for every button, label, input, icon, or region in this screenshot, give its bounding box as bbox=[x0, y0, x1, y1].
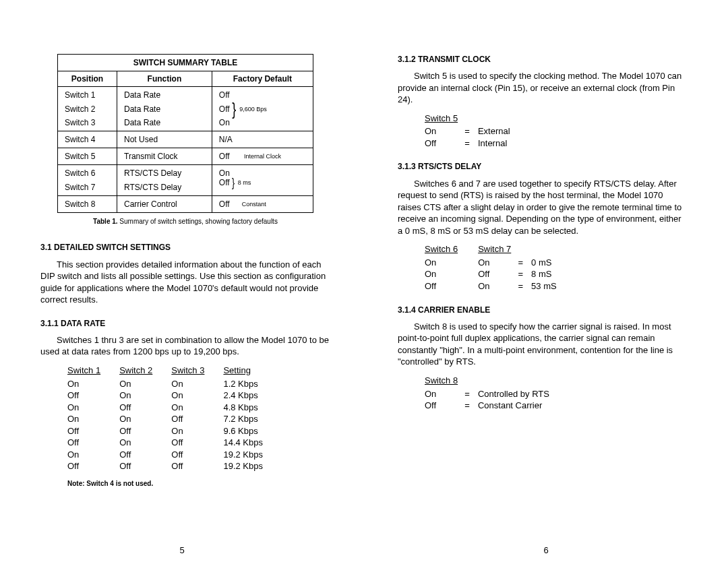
table-row: Switch 3 Data Rate On bbox=[58, 116, 313, 131]
body-text: Switch 8 is used to specify how the carr… bbox=[398, 321, 688, 368]
table-row: OnOnOff7.2 Kbps bbox=[67, 413, 282, 425]
page-spread: SWITCH SUMMARY TABLE Position Function F… bbox=[0, 0, 728, 562]
col-function: Function bbox=[117, 71, 212, 87]
col-position: Position bbox=[58, 71, 117, 87]
page-number-right: 6 bbox=[364, 544, 728, 557]
heading-3-1-2: 3.1.2 TRANSMIT CLOCK bbox=[398, 54, 688, 65]
table-row: OnOffOff19.2 Kbps bbox=[67, 449, 282, 461]
heading-3-1-4: 3.1.4 CARRIER ENABLE bbox=[398, 305, 688, 315]
table-row: OffOn=53 mS bbox=[425, 280, 577, 292]
switch-summary-table: SWITCH SUMMARY TABLE Position Function F… bbox=[57, 54, 313, 213]
body-text: Switches 6 and 7 are used together to sp… bbox=[398, 178, 688, 237]
table-row: OnOn=0 mS bbox=[425, 257, 577, 269]
page-right: 3.1.2 TRANSMIT CLOCK Switch 5 is used to… bbox=[364, 0, 728, 562]
heading-3-1: 3.1 DETAILED SWITCH SETTINGS bbox=[40, 242, 330, 253]
switch8-table: Switch 8 On=Controlled by RTS Off=Consta… bbox=[425, 375, 570, 412]
col-factory-default: Factory Default bbox=[212, 71, 313, 87]
table-row: OnOff=8 mS bbox=[425, 268, 577, 280]
table-row: Switch 5 Transmit Clock Off Internal Clo… bbox=[58, 148, 313, 165]
heading-3-1-1: 3.1.1 DATA RATE bbox=[40, 318, 330, 329]
table-row: Switch 7 RTS/CTS Delay Off } 8 ms bbox=[58, 181, 313, 196]
table-row: Off=Constant Carrier bbox=[425, 400, 570, 412]
table-row: OffOffOff19.2 Kbps bbox=[67, 460, 282, 472]
table-row: On=Controlled by RTS bbox=[425, 388, 570, 400]
table-row: Switch 1 Data Rate Off bbox=[58, 87, 313, 102]
note-text: Note: Switch 4 is not used. bbox=[67, 479, 330, 489]
data-rate-table: Switch 1 Switch 2 Switch 3 Setting OnOnO… bbox=[67, 365, 282, 472]
table-row: On=External bbox=[425, 125, 530, 137]
body-text: Switch 5 is used to specify the clocking… bbox=[398, 70, 688, 106]
switch67-table: Switch 6 Switch 7 OnOn=0 mS OnOff=8 mS O… bbox=[425, 243, 577, 292]
table-row: OnOffOn4.8 Kbps bbox=[67, 402, 282, 414]
table-row: OffOnOff14.4 Kbps bbox=[67, 437, 282, 449]
table-title: SWITCH SUMMARY TABLE bbox=[58, 55, 313, 71]
table-row: Off=Internal bbox=[425, 137, 530, 150]
body-text: This section provides detailed informati… bbox=[40, 259, 330, 306]
table-caption: Table 1. Summary of switch settings, sho… bbox=[40, 217, 330, 226]
table-row: Switch 8 Carrier Control Off Constant bbox=[58, 195, 313, 212]
switch5-table: Switch 5 On=External Off=Internal bbox=[425, 113, 530, 150]
heading-3-1-3: 3.1.3 RTS/CTS DELAY bbox=[398, 161, 688, 172]
body-text: Switches 1 thru 3 are set in combination… bbox=[40, 334, 330, 358]
table-row: OffOffOn9.6 Kbps bbox=[67, 425, 282, 437]
table-row: Switch 4 Not Used N/A bbox=[58, 131, 313, 148]
page-number-left: 5 bbox=[0, 544, 364, 557]
table-row: OnOnOn1.2 Kbps bbox=[67, 378, 282, 390]
table-row: Switch 2 Data Rate Off } 9,600 Bps bbox=[58, 102, 313, 116]
page-left: SWITCH SUMMARY TABLE Position Function F… bbox=[0, 0, 364, 562]
table-row: OffOnOn2.4 Kbps bbox=[67, 389, 282, 402]
